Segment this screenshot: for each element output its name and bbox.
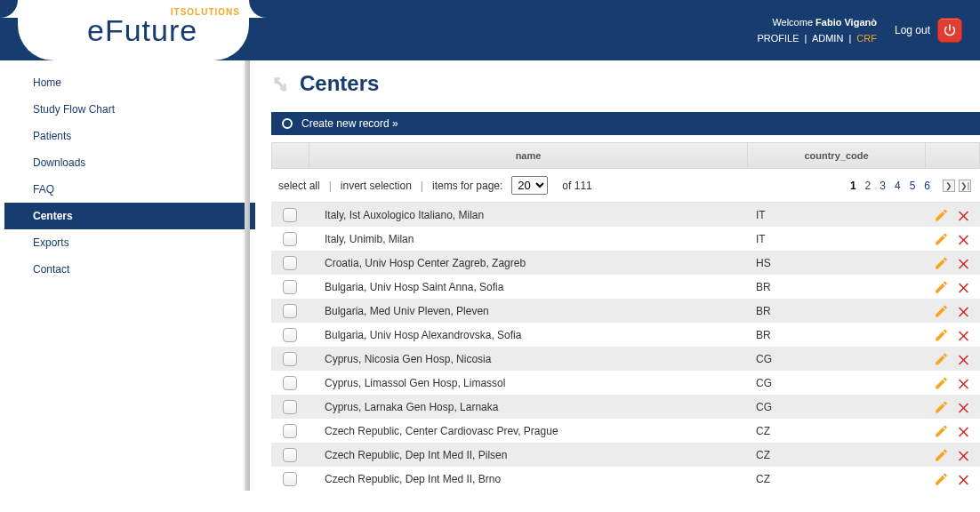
table-row: Czech Republic, Dep Int Med II, PilsenCZ [271, 443, 980, 467]
col-checkbox [272, 143, 309, 168]
row-checkbox[interactable] [283, 424, 297, 438]
edit-icon[interactable] [934, 231, 949, 247]
table-row: Cyprus, Limassol Gen Hosp, LimassolCG [271, 371, 980, 395]
delete-icon[interactable] [956, 279, 971, 295]
page-5[interactable]: 5 [910, 180, 916, 192]
logo[interactable]: ITSOLUTIONS eFuture [18, 0, 249, 60]
row-country-code: CG [749, 401, 927, 413]
edit-icon[interactable] [934, 423, 949, 439]
row-name: Cyprus, Nicosia Gen Hosp, Nicosia [309, 353, 749, 365]
delete-icon[interactable] [956, 303, 971, 319]
delete-icon[interactable] [956, 423, 971, 439]
edit-icon[interactable] [934, 375, 949, 391]
sidebar-item-patients[interactable]: Patients [4, 123, 255, 149]
delete-icon[interactable] [956, 471, 971, 487]
edit-icon[interactable] [934, 279, 949, 295]
logout-button[interactable]: Log out [895, 18, 962, 43]
row-checkbox[interactable] [283, 256, 297, 270]
table-row: Cyprus, Larnaka Gen Hosp, LarnakaCG [271, 395, 980, 419]
row-checkbox[interactable] [283, 328, 297, 342]
invert-selection-link[interactable]: invert selection [341, 180, 412, 192]
edit-icon[interactable] [934, 255, 949, 271]
page-title: Centers [300, 71, 379, 96]
page-6[interactable]: 6 [924, 180, 930, 192]
sidebar-item-home[interactable]: Home [4, 69, 255, 96]
sidebar-resize-handle[interactable] [245, 60, 250, 491]
items-per-page-select[interactable]: 20 [511, 176, 548, 195]
delete-icon[interactable] [956, 327, 971, 343]
row-checkbox[interactable] [283, 352, 297, 366]
row-country-code: BR [749, 329, 927, 341]
row-checkbox[interactable] [283, 376, 297, 390]
welcome-block: Welcome Fabio Viganò PROFILE | ADMIN | C… [757, 14, 877, 46]
col-country-code[interactable]: country_code [748, 143, 926, 168]
table-row: Croatia, Univ Hosp Center Zagreb, Zagreb… [271, 251, 980, 275]
row-checkbox[interactable] [283, 232, 297, 246]
delete-icon[interactable] [956, 207, 971, 223]
select-all-link[interactable]: select all [278, 180, 320, 192]
col-name[interactable]: name [309, 143, 748, 168]
row-country-code: CZ [749, 449, 927, 461]
pager: 123456❯❯| [850, 180, 971, 192]
arrow-down-right-icon [271, 75, 289, 92]
edit-icon[interactable] [934, 351, 949, 367]
row-name: Cyprus, Limassol Gen Hosp, Limassol [309, 377, 749, 389]
row-country-code: IT [749, 209, 927, 221]
edit-icon[interactable] [934, 327, 949, 343]
table-controls: select all | invert selection | items fo… [271, 169, 980, 203]
create-record-link[interactable]: Create new record » [301, 117, 398, 130]
sidebar-item-centers[interactable]: Centers [4, 203, 255, 229]
pager-next-icon[interactable]: ❯ [943, 180, 955, 192]
row-checkbox[interactable] [283, 448, 297, 462]
col-actions [926, 143, 979, 168]
table-row: Italy, Unimib, MilanIT [271, 227, 980, 251]
row-name: Czech Republic, Dep Int Med II, Pilsen [309, 449, 749, 461]
sidebar-item-study-flow-chart[interactable]: Study Flow Chart [4, 96, 255, 123]
sidebar-item-faq[interactable]: FAQ [4, 176, 255, 203]
admin-link[interactable]: ADMIN [812, 33, 843, 44]
row-checkbox[interactable] [283, 400, 297, 414]
edit-icon[interactable] [934, 471, 949, 487]
table-row: Italy, Ist Auxologico Italiano, MilanIT [271, 203, 980, 227]
row-name: Bulgaria, Univ Hosp Alexandrovska, Sofia [309, 329, 749, 341]
page-3[interactable]: 3 [880, 180, 886, 192]
delete-icon[interactable] [956, 375, 971, 391]
delete-icon[interactable] [956, 255, 971, 271]
crf-link[interactable]: CRF [856, 33, 877, 44]
page-4[interactable]: 4 [895, 180, 901, 192]
edit-icon[interactable] [934, 303, 949, 319]
delete-icon[interactable] [956, 399, 971, 415]
logout-label: Log out [895, 24, 930, 36]
logo-text: eFuture [87, 17, 249, 44]
row-checkbox[interactable] [283, 208, 297, 222]
row-checkbox[interactable] [283, 280, 297, 294]
sidebar-item-downloads[interactable]: Downloads [4, 149, 255, 176]
edit-icon[interactable] [934, 447, 949, 463]
circle-icon [282, 118, 293, 129]
page-2[interactable]: 2 [865, 180, 872, 192]
create-record-bar[interactable]: Create new record » [271, 112, 980, 135]
delete-icon[interactable] [956, 351, 971, 367]
row-checkbox[interactable] [283, 304, 297, 318]
page-1[interactable]: 1 [850, 180, 856, 192]
edit-icon[interactable] [934, 207, 949, 223]
row-name: Czech Republic, Dep Int Med II, Brno [309, 473, 749, 485]
edit-icon[interactable] [934, 399, 949, 415]
delete-icon[interactable] [956, 447, 971, 463]
profile-link[interactable]: PROFILE [757, 33, 799, 44]
row-country-code: CG [749, 377, 927, 389]
row-country-code: BR [749, 305, 927, 317]
row-name: Italy, Ist Auxologico Italiano, Milan [309, 209, 749, 221]
row-country-code: BR [749, 281, 927, 293]
row-country-code: HS [749, 257, 927, 269]
table-row: Czech Republic, Center Cardiovasc Prev, … [271, 419, 980, 443]
row-checkbox[interactable] [283, 472, 297, 486]
table-row: Bulgaria, Med Univ Pleven, PlevenBR [271, 299, 980, 323]
sidebar-item-exports[interactable]: Exports [4, 229, 255, 256]
welcome-prefix: Welcome [772, 17, 813, 28]
pager-last-icon[interactable]: ❯| [959, 180, 971, 192]
delete-icon[interactable] [956, 231, 971, 247]
table-row: Czech Republic, Dep Int Med II, BrnoCZ [271, 467, 980, 491]
row-name: Bulgaria, Univ Hosp Saint Anna, Sofia [309, 281, 749, 293]
sidebar-item-contact[interactable]: Contact [4, 256, 255, 283]
